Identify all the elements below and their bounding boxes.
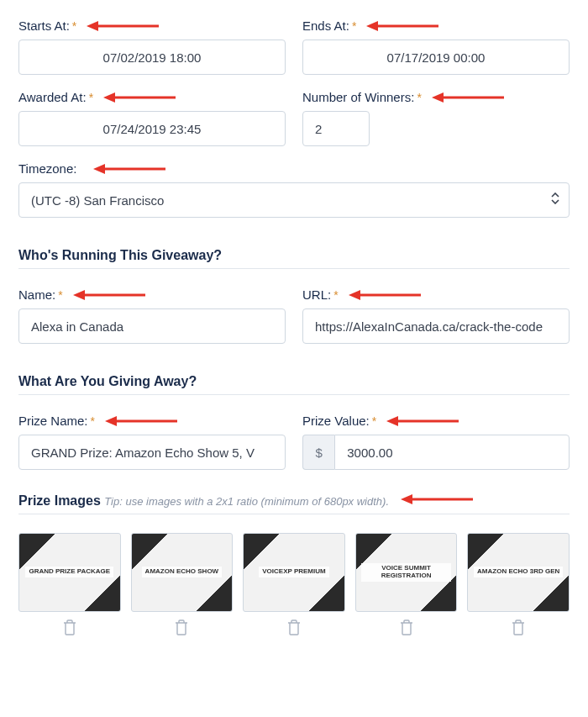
required-asterisk: * [352,19,356,33]
annotation-arrow-icon [103,92,176,103]
annotation-arrow-icon [366,20,438,32]
svg-marker-3 [366,21,378,31]
prize-image-thumbnail[interactable]: AMAZON ECHO SHOW [131,533,234,612]
delete-image-button[interactable] [511,619,526,635]
svg-marker-9 [93,164,105,174]
ends-at-label-text: Ends At: [302,18,349,33]
awarded-at-label-text: Awarded At: [18,90,87,104]
svg-marker-15 [105,416,117,426]
sponsor-name-label: Name: * [18,287,286,302]
prize-image-caption: AMAZON ECHO SHOW [142,567,223,577]
required-asterisk: * [333,288,338,302]
starts-at-label: Starts At: * [18,18,286,33]
annotation-arrow-icon [105,415,177,427]
required-asterisk: * [91,414,95,428]
svg-marker-11 [73,290,85,300]
prize-value-label: Prize Value: * [302,414,570,428]
prize-name-label: Prize Name: * [18,414,286,428]
prize-image-caption: VOICEXP PREMIUM [259,567,328,577]
annotation-arrow-icon [386,415,459,427]
required-asterisk: * [72,19,76,33]
divider [18,394,570,395]
sponsor-heading: Who's Running This Giveaway? [18,248,570,263]
prize-image-thumbnail[interactable]: AMAZON ECHO 3RD GEN [467,533,570,612]
timezone-label-text: Timezone: [18,161,76,176]
prize-heading: What Are You Giving Away? [18,374,570,389]
svg-marker-7 [432,92,444,103]
required-asterisk: * [417,91,421,104]
svg-marker-17 [386,416,398,426]
prize-image-thumbnail[interactable]: GRAND PRIZE PACKAGE [18,533,121,612]
divider [18,514,570,514]
sponsor-url-label: URL: * [302,287,570,302]
delete-image-button[interactable] [174,619,189,635]
prize-name-label-text: Prize Name: [18,414,88,428]
prize-image-caption: VOICE SUMMIT REGISTRATION [361,563,452,582]
prize-value-label-text: Prize Value: [302,414,370,428]
annotation-arrow-icon [432,92,504,103]
winners-label: Number of Winners: * [302,90,570,104]
prize-value-input[interactable] [334,435,570,470]
svg-marker-1 [87,21,98,31]
ends-at-input[interactable] [302,40,570,75]
annotation-arrow-icon [401,493,473,505]
annotation-arrow-icon [349,289,421,301]
starts-at-label-text: Starts At: [18,18,70,33]
annotation-arrow-icon [93,163,165,175]
awarded-at-input[interactable] [18,111,286,146]
awarded-at-label: Awarded At: * [18,90,286,104]
currency-prefix: $ [302,435,334,470]
prize-images-heading: Prize Images Tip: use images with a 2x1 … [18,493,570,509]
winners-label-text: Number of Winners: [302,90,414,104]
sponsor-url-label-text: URL: [302,287,331,302]
prize-image-thumbnail[interactable]: VOICE SUMMIT REGISTRATION [355,533,458,612]
required-asterisk: * [58,288,62,302]
ends-at-label: Ends At: * [302,18,570,33]
sponsor-name-input[interactable] [18,308,286,344]
svg-marker-13 [349,290,360,300]
timezone-label: Timezone: [18,161,570,176]
delete-image-button[interactable] [286,619,302,635]
prize-image-caption: GRAND PRIZE PACKAGE [25,567,113,577]
sponsor-url-input[interactable] [302,308,570,344]
prize-name-input[interactable] [18,435,286,470]
required-asterisk: * [89,91,93,104]
annotation-arrow-icon [87,20,159,32]
sponsor-name-label-text: Name: [18,287,55,302]
prize-images-heading-text: Prize Images [18,493,101,508]
required-asterisk: * [372,414,376,428]
prize-image-thumbnail[interactable]: VOICEXP PREMIUM [243,533,345,612]
delete-image-button[interactable] [399,619,414,635]
starts-at-input[interactable] [18,40,286,75]
svg-marker-5 [103,92,115,103]
divider [18,268,570,269]
prize-image-caption: AMAZON ECHO 3RD GEN [474,567,563,577]
timezone-select[interactable]: (UTC -8) San Francisco [18,182,570,218]
annotation-arrow-icon [73,289,145,301]
svg-marker-19 [401,494,412,504]
prize-images-tip: Tip: use images with a 2x1 ratio (minimu… [104,495,389,508]
delete-image-button[interactable] [62,619,77,635]
winners-input[interactable] [302,111,370,146]
